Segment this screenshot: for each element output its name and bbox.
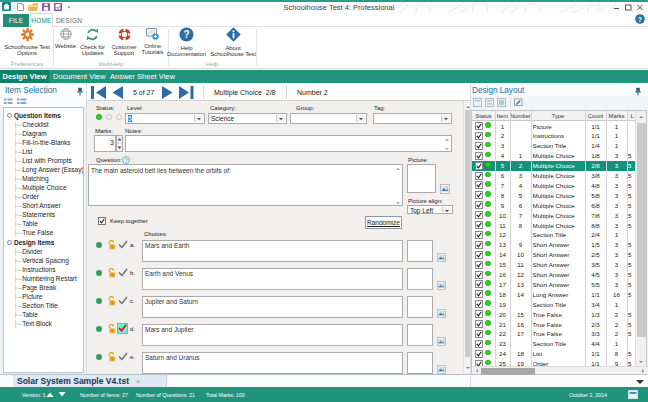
svg-text:?: ? [183,29,189,40]
svg-text:?: ? [638,16,642,23]
svg-text:?: ? [124,157,127,163]
